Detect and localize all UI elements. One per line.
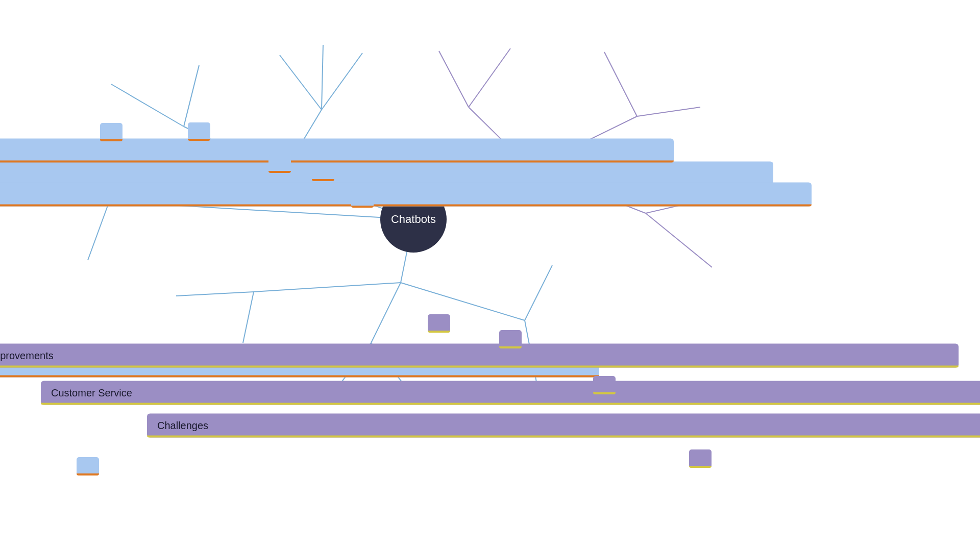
- leaf-l1[interactable]: [268, 155, 291, 173]
- leaf-b1[interactable]: [100, 123, 122, 141]
- leaf-imp2[interactable]: [499, 330, 522, 348]
- improvements-label: Improvements: [0, 350, 54, 361]
- svg-line-25: [176, 292, 254, 296]
- svg-line-8: [280, 55, 322, 110]
- challenges-label: Challenges: [157, 420, 208, 431]
- svg-line-12: [88, 202, 109, 260]
- limitations-ai-node[interactable]: Limitations: [0, 183, 812, 207]
- mind-map: Chatbots AI-driven Virtual Assistants Be…: [0, 0, 980, 551]
- svg-line-24: [401, 283, 525, 320]
- benefits-ai-node[interactable]: Benefits: [0, 139, 674, 163]
- leaf-l3[interactable]: [351, 189, 374, 208]
- customer-service-label: Customer Service: [51, 387, 132, 398]
- svg-line-22: [254, 283, 401, 292]
- leaf-ch1[interactable]: [593, 376, 616, 394]
- svg-line-10: [322, 53, 362, 110]
- connections-svg: [0, 0, 980, 551]
- svg-line-6: [111, 84, 184, 127]
- leaf-op2[interactable]: [77, 457, 99, 475]
- leaf-b2[interactable]: [188, 122, 210, 141]
- svg-line-16: [439, 51, 469, 107]
- leaf-l2[interactable]: [312, 163, 334, 181]
- svg-line-21: [646, 213, 712, 267]
- customer-service-node[interactable]: Customer Service: [41, 381, 980, 405]
- svg-line-9: [322, 45, 323, 110]
- svg-line-17: [469, 48, 510, 107]
- improvements-node[interactable]: Improvements: [0, 344, 959, 368]
- svg-line-29: [525, 265, 552, 320]
- svg-line-7: [184, 65, 199, 127]
- svg-line-23: [371, 283, 401, 343]
- leaf-ch2[interactable]: [689, 449, 712, 468]
- svg-line-19: [637, 107, 700, 116]
- challenges-node[interactable]: Challenges: [147, 414, 980, 438]
- ai-virtual-node[interactable]: AI-driven Virtual Assistants: [0, 162, 773, 186]
- leaf-imp1[interactable]: [428, 314, 450, 333]
- center-label: Chatbots: [391, 213, 436, 226]
- svg-line-26: [243, 292, 254, 343]
- svg-line-18: [604, 52, 637, 116]
